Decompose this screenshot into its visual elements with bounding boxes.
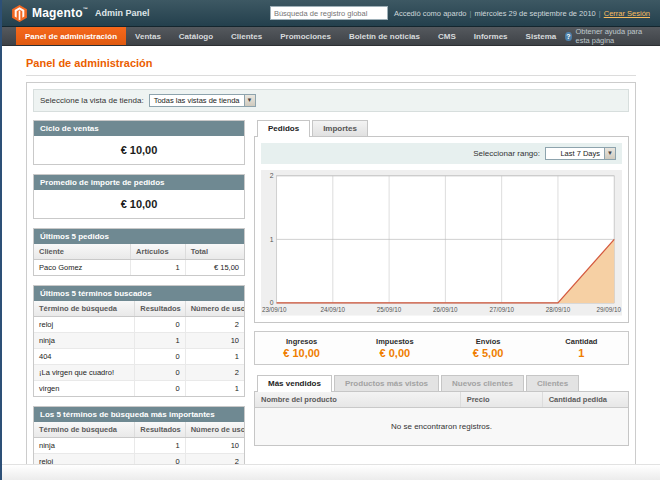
card-title: Los 5 términos de búsqueda más important… xyxy=(34,407,244,422)
table-cell: 404 xyxy=(34,349,135,365)
column-header: Resultados xyxy=(135,422,185,438)
help-label: Obtener ayuda para esta página xyxy=(576,27,651,45)
nav-item-catalogo[interactable]: Catálogo xyxy=(170,27,222,45)
column-header: Total xyxy=(185,244,244,260)
diagram-tabs: PedidosImportes xyxy=(254,120,629,136)
range-bar: Seleccionar rango: Last 7 Days ▼ xyxy=(261,143,622,164)
tab-nuevos-clientes[interactable]: Nuevos clientes xyxy=(441,375,524,391)
column-header: Nombre del producto xyxy=(255,392,460,408)
tab-pedidos[interactable]: Pedidos xyxy=(257,120,310,137)
main-nav: Panel de administraciónVentasCatálogoCli… xyxy=(2,27,660,46)
total-value: € 5,00 xyxy=(442,347,535,359)
store-switcher: Seleccione la vista de tienda: Todas las… xyxy=(33,89,629,112)
page-title: Panel de administración xyxy=(26,54,636,76)
total-label: Impuestos xyxy=(348,337,441,346)
chart-container: 01223/09/1024/09/1025/09/1026/09/1027/09… xyxy=(261,170,622,316)
table-row: ninja110 xyxy=(34,438,244,454)
dashboard-container: Seleccione la vista de tienda: Todas las… xyxy=(26,82,636,480)
table-cell: 1 xyxy=(185,349,244,365)
svg-text:2: 2 xyxy=(270,172,274,179)
table-cell: 2 xyxy=(185,317,244,333)
table-row: Paco Gomez1€ 15,00 xyxy=(34,260,244,276)
logged-in-as: Accedió como apardo xyxy=(394,9,467,18)
column-header: Término de búsqueda xyxy=(34,301,135,317)
nav-item-informes[interactable]: Informes xyxy=(465,27,517,45)
magento-logo-icon xyxy=(12,5,27,22)
help-link[interactable]: ? Obtener ayuda para esta página xyxy=(565,27,660,45)
table-header-row: ClienteArtículosTotal xyxy=(34,244,244,260)
table-row: ninja110 xyxy=(34,333,244,349)
svg-text:29/09/10: 29/09/10 xyxy=(597,306,622,313)
card-title: Últimos 5 pedidos xyxy=(34,229,244,244)
nav-item-boletin-de-noticias[interactable]: Boletín de noticias xyxy=(340,27,429,45)
column-header: Artículos xyxy=(131,244,186,260)
range-value: Last 7 Days xyxy=(546,148,604,159)
total-value: € 10,00 xyxy=(255,347,348,359)
svg-text:23/09/10: 23/09/10 xyxy=(262,306,287,313)
last-search-terms-table: Término de búsquedaResultadosNúmero de u… xyxy=(34,301,244,396)
logout-link[interactable]: Cerrar Sesión xyxy=(604,9,650,18)
total-cantidad: Cantidad1 xyxy=(535,337,628,359)
table-cell: ninja xyxy=(34,438,135,454)
chevron-down-icon: ▼ xyxy=(244,95,255,106)
average-orders-card: Promedio de importe de pedidos € 10,00 xyxy=(33,174,245,219)
tab-mas-vendidos[interactable]: Más vendidos xyxy=(257,375,332,392)
total-label: Ingresos xyxy=(255,337,348,346)
column-header: Cliente xyxy=(34,244,131,260)
logo-subtitle: Admin Panel xyxy=(95,8,150,18)
global-search-input[interactable] xyxy=(270,6,388,20)
header-meta: Accedió como apardo|miércoles 29 de sept… xyxy=(394,9,650,18)
help-icon: ? xyxy=(565,32,571,41)
nav-item-ventas[interactable]: Ventas xyxy=(126,27,170,45)
trademark: ™ xyxy=(83,6,88,12)
last-orders-card: Últimos 5 pedidos ClienteArtículosTotalP… xyxy=(33,228,245,276)
magento-logo: Magento™ Admin Panel xyxy=(12,5,149,22)
store-switcher-label: Seleccione la vista de tienda: xyxy=(40,96,144,105)
total-label: Cantidad xyxy=(535,337,628,346)
card-title: Últimos 5 términos buscados xyxy=(34,286,244,301)
svg-text:27/09/10: 27/09/10 xyxy=(489,306,514,313)
range-label: Seleccionar rango: xyxy=(473,149,540,158)
nav-item-clientes[interactable]: Clientes xyxy=(222,27,271,45)
nav-item-panel-de-administracion[interactable]: Panel de administración xyxy=(16,27,126,45)
table-cell: virgen xyxy=(34,381,135,397)
column-header: Resultados xyxy=(135,301,185,317)
last-orders-table: ClienteArtículosTotalPaco Gomez1€ 15,00 xyxy=(34,244,244,275)
svg-text:28/09/10: 28/09/10 xyxy=(546,306,571,313)
empty-records-message: No se encontraron registros. xyxy=(255,407,628,445)
table-row: reloj02 xyxy=(34,317,244,333)
nav-item-cms[interactable]: CMS xyxy=(429,27,465,45)
table-cell: Paco Gomez xyxy=(34,260,131,276)
grids-tabs: Más vendidosProductos más vistosNuevos c… xyxy=(254,375,629,391)
column-header: Término de búsqueda xyxy=(34,422,135,438)
chevron-down-icon: ▼ xyxy=(604,148,615,159)
total-value: € 0,00 xyxy=(348,347,441,359)
table-row: virgen01 xyxy=(34,381,244,397)
table-header-row: Nombre del productoPrecioCantidad pedida xyxy=(255,392,628,408)
lifetime-sales-card: Ciclo de ventas € 10,00 xyxy=(33,120,245,165)
header: Magento™ Admin Panel Accedió como apardo… xyxy=(2,0,660,27)
bestsellers-panel: Nombre del productoPrecioCantidad pedida… xyxy=(254,391,629,446)
store-view-select[interactable]: Todas las vistas de tienda ▼ xyxy=(149,94,256,107)
column-header: Cantidad pedida xyxy=(542,392,628,408)
table-row: 40401 xyxy=(34,349,244,365)
tab-importes[interactable]: Importes xyxy=(312,120,368,136)
magento-admin-dashboard: { "header": { "logo_text": "Magento", "l… xyxy=(0,0,660,480)
diagram-panel: Seleccionar rango: Last 7 Days ▼ 01223/0… xyxy=(254,136,629,323)
nav-item-promociones[interactable]: Promociones xyxy=(271,27,340,45)
store-view-value: Todas las vistas de tienda xyxy=(150,95,244,106)
header-date: miércoles 29 de septiembre de 2010 xyxy=(474,9,595,18)
page-footer xyxy=(2,464,660,480)
range-select[interactable]: Last 7 Days ▼ xyxy=(545,147,616,160)
svg-text:26/09/10: 26/09/10 xyxy=(433,306,458,313)
table-row: ¡La virgen que cuadro!02 xyxy=(34,365,244,381)
svg-text:1: 1 xyxy=(270,236,274,243)
table-cell: € 15,00 xyxy=(185,260,244,276)
content-area: Panel de administración Seleccione la vi… xyxy=(2,46,660,480)
total-impuestos: Impuestos€ 0,00 xyxy=(348,337,441,359)
tab-clientes[interactable]: Clientes xyxy=(526,375,579,391)
totals-bar: Ingresos€ 10,00Impuestos€ 0,00Envíos€ 5,… xyxy=(254,331,629,365)
table-header-row: Término de búsquedaResultadosNúmero de u… xyxy=(34,301,244,317)
nav-item-sistema[interactable]: Sistema xyxy=(517,27,566,45)
tab-productos-mas-vistos[interactable]: Productos más vistos xyxy=(334,375,439,391)
